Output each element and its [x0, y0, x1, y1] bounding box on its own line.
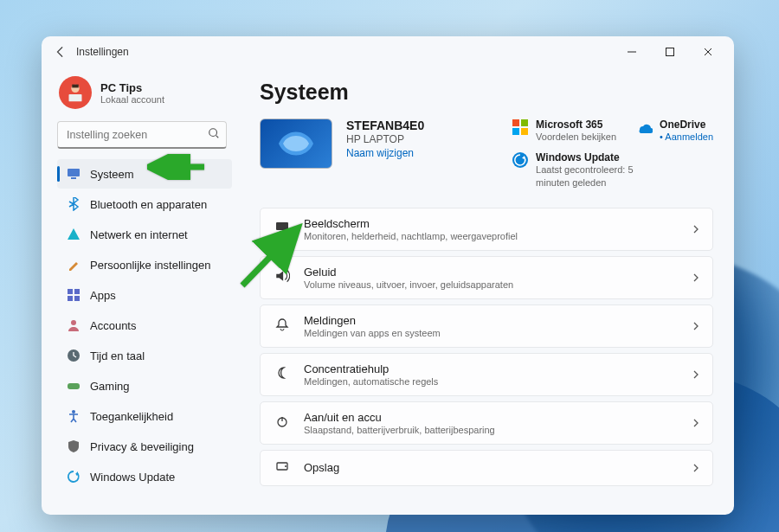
- svg-rect-22: [280, 231, 285, 233]
- card-opslag[interactable]: Opslag: [260, 450, 713, 486]
- main-content: Systeem STEFANB4E0 HP LAPTOP Naam wijzig…: [241, 67, 734, 515]
- svg-rect-8: [68, 289, 73, 294]
- user-name: PC Tips: [100, 81, 164, 94]
- m365-icon: [512, 119, 529, 136]
- user-block[interactable]: PC Tips Lokaal account: [59, 76, 232, 109]
- chevron-right-icon: [692, 460, 700, 476]
- card-concentratiehulp[interactable]: ConcentratiehulpMeldingen, automatische …: [260, 353, 713, 396]
- update-icon: [66, 469, 81, 484]
- sidebar-item-bluetooth-en-apparaten[interactable]: Bluetooth en apparaten: [57, 189, 232, 219]
- sidebar: PC Tips Lokaal account SysteemBluetooth …: [42, 67, 241, 515]
- sidebar-item-label: Netwerk en internet: [90, 228, 188, 241]
- chevron-right-icon: [692, 270, 700, 285]
- sidebar-item-label: Apps: [90, 289, 116, 302]
- bluetooth-icon: [66, 196, 81, 212]
- minimize-button[interactable]: [613, 36, 651, 67]
- tile-update[interactable]: Windows Update Laatst gecontroleerd: 5 m…: [512, 151, 641, 189]
- svg-rect-6: [68, 169, 80, 176]
- card-aan-uit-en-accu[interactable]: Aan/uit en accuSlaapstand, batterijverbr…: [260, 401, 713, 445]
- svg-rect-14: [68, 383, 80, 389]
- svg-rect-19: [521, 128, 528, 135]
- rename-link[interactable]: Naam wijzigen: [346, 147, 424, 159]
- sidebar-item-label: Bluetooth en apparaten: [90, 198, 207, 211]
- sidebar-item-label: Accounts: [90, 319, 136, 332]
- sidebar-item-gaming[interactable]: Gaming: [57, 371, 232, 401]
- svg-rect-7: [71, 177, 76, 179]
- card-meldingen[interactable]: MeldingenMeldingen van apps en systeem: [260, 304, 713, 348]
- sidebar-item-tijd-en-taal[interactable]: Tijd en taal: [57, 341, 232, 370]
- brush-icon: [66, 257, 81, 272]
- svg-point-15: [72, 410, 75, 413]
- volume-icon: [273, 268, 292, 287]
- sidebar-item-label: Windows Update: [90, 471, 175, 484]
- card-sub: Slaapstand, batterijverbruik, batterijbe…: [304, 425, 679, 435]
- sidebar-item-toegankelijkheid[interactable]: Toegankelijkheid: [57, 401, 232, 431]
- accessibility-icon: [66, 408, 81, 424]
- bell-icon: [273, 317, 292, 335]
- sidebar-item-apps[interactable]: Apps: [57, 280, 232, 310]
- window-title: Instellingen: [76, 46, 129, 58]
- user-sub: Lokaal account: [100, 94, 164, 105]
- pc-name: STEFANB4E0: [346, 119, 424, 132]
- avatar: [59, 76, 92, 109]
- sidebar-item-persoonlijke-instellingen[interactable]: Persoonlijke instellingen: [57, 250, 232, 279]
- sidebar-item-privacy-beveiliging[interactable]: Privacy & beveiliging: [57, 432, 232, 461]
- sidebar-item-windows-update[interactable]: Windows Update: [57, 462, 232, 491]
- back-button[interactable]: [48, 40, 73, 64]
- sidebar-item-label: Gaming: [90, 380, 130, 393]
- svg-point-12: [71, 320, 76, 325]
- card-title: Beeldscherm: [304, 217, 679, 230]
- card-title: Meldingen: [304, 314, 679, 327]
- sidebar-item-netwerk-en-internet[interactable]: Netwerk en internet: [57, 220, 232, 249]
- monitor-icon: [66, 166, 81, 182]
- card-geluid[interactable]: GeluidVolume niveaus, uitvoer, invoer, g…: [260, 256, 713, 299]
- svg-rect-11: [74, 296, 80, 301]
- svg-rect-16: [512, 119, 519, 126]
- pc-thumbnail: [260, 119, 332, 169]
- pc-model: HP LAPTOP: [346, 133, 424, 145]
- svg-point-25: [285, 465, 286, 467]
- card-title: Aan/uit en accu: [304, 411, 679, 424]
- onedrive-icon: [635, 119, 653, 136]
- sidebar-item-label: Toegankelijkheid: [90, 410, 173, 423]
- monitor-icon: [273, 221, 292, 238]
- chevron-right-icon: [692, 221, 700, 237]
- maximize-button[interactable]: [651, 36, 689, 67]
- gamepad-icon: [66, 378, 81, 394]
- svg-rect-4: [72, 85, 79, 88]
- tile-onedrive[interactable]: OneDrive • Aanmelden: [635, 119, 713, 143]
- search-input[interactable]: [57, 121, 227, 149]
- svg-rect-2: [69, 94, 82, 101]
- apps-icon: [66, 287, 81, 303]
- svg-rect-0: [666, 48, 674, 56]
- shield-icon: [66, 439, 81, 454]
- settings-window: Instellingen PC Tips Lokaal account: [42, 36, 734, 515]
- close-button[interactable]: [689, 36, 727, 67]
- person-icon: [66, 317, 81, 333]
- sidebar-item-label: Privacy & beveiliging: [90, 440, 194, 453]
- search-box[interactable]: [57, 121, 227, 149]
- svg-point-5: [209, 129, 217, 137]
- clock-icon: [66, 348, 81, 363]
- sidebar-item-systeem[interactable]: Systeem: [57, 159, 232, 189]
- sidebar-item-label: Persoonlijke instellingen: [90, 259, 210, 272]
- tile-m365[interactable]: Microsoft 365 Voordelen bekijken: [512, 119, 616, 143]
- svg-rect-18: [512, 128, 519, 135]
- storage-icon: [273, 459, 292, 477]
- sidebar-item-label: Systeem: [90, 168, 134, 181]
- wifi-icon: [66, 227, 81, 242]
- chevron-right-icon: [692, 367, 700, 382]
- card-sub: Meldingen van apps en systeem: [304, 328, 679, 338]
- svg-rect-17: [521, 119, 528, 126]
- card-sub: Meldingen, automatische regels: [304, 376, 679, 387]
- svg-rect-9: [74, 289, 80, 294]
- pc-info: STEFANB4E0 HP LAPTOP Naam wijzigen: [346, 119, 424, 159]
- card-title: Geluid: [304, 266, 679, 279]
- page-title: Systeem: [260, 80, 713, 105]
- sidebar-item-accounts[interactable]: Accounts: [57, 311, 232, 340]
- card-title: Opslag: [304, 461, 679, 474]
- svg-rect-21: [276, 222, 288, 230]
- svg-rect-10: [68, 296, 73, 301]
- card-sub: Volume niveaus, uitvoer, invoer, geluids…: [304, 279, 679, 290]
- card-beeldscherm[interactable]: BeeldschermMonitoren, helderheid, nachtl…: [260, 208, 713, 251]
